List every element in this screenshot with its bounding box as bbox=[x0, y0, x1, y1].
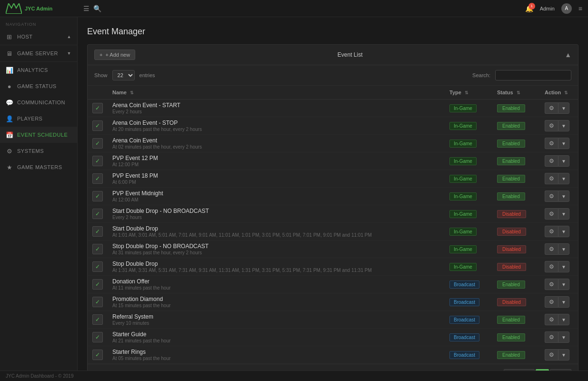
row-checkbox-cell: ✓ bbox=[88, 276, 108, 293]
topbar-menu-icon[interactable]: ≡ bbox=[578, 5, 582, 12]
row-name-cell: Arena Coin Event - START Every 2 hours bbox=[108, 100, 445, 117]
sidebar-item-game-server[interactable]: 🖥 GAME SERVER ▼ bbox=[0, 45, 77, 61]
gear-button[interactable]: ⚙ bbox=[545, 226, 558, 237]
gear-button[interactable]: ⚙ bbox=[545, 243, 558, 255]
dropdown-button[interactable]: ▼ bbox=[558, 190, 569, 202]
event-name: PVP Event Midnight bbox=[112, 190, 440, 197]
dropdown-button[interactable]: ▼ bbox=[558, 261, 569, 272]
avatar[interactable]: A bbox=[561, 3, 572, 14]
th-name[interactable]: Name ⇅ bbox=[108, 86, 445, 100]
dropdown-button[interactable]: ▼ bbox=[558, 226, 569, 237]
checkbox-icon[interactable]: ✓ bbox=[92, 138, 103, 149]
table-row: ✓ Starter Rings At 05 minutes past the h… bbox=[88, 346, 578, 364]
checkbox-icon[interactable]: ✓ bbox=[92, 120, 103, 131]
checkbox-icon[interactable]: ✓ bbox=[92, 261, 103, 272]
gear-button[interactable]: ⚙ bbox=[545, 208, 558, 220]
checkbox-icon[interactable]: ✓ bbox=[92, 314, 103, 325]
dropdown-button[interactable]: ▼ bbox=[558, 155, 569, 167]
row-action-cell: ⚙ ▼ bbox=[540, 329, 578, 346]
search-icon[interactable]: 🔍 bbox=[93, 5, 101, 12]
checkbox-icon[interactable]: ✓ bbox=[92, 156, 103, 166]
gear-button[interactable]: ⚙ bbox=[545, 296, 558, 308]
search-label: Search: bbox=[472, 72, 490, 78]
checkbox-icon[interactable]: ✓ bbox=[92, 297, 103, 307]
sidebar-item-game-status[interactable]: ● GAME STATUS bbox=[0, 78, 77, 94]
analytics-icon: 📊 bbox=[6, 66, 13, 74]
sidebar-item-communication[interactable]: 💬 COMMUNICATION bbox=[0, 94, 77, 110]
gear-button[interactable]: ⚙ bbox=[545, 138, 558, 149]
dropdown-button[interactable]: ▼ bbox=[558, 296, 569, 308]
dropdown-button[interactable]: ▼ bbox=[558, 208, 569, 220]
row-type-cell: Broadcast bbox=[445, 311, 492, 329]
dropdown-button[interactable]: ▼ bbox=[558, 173, 569, 184]
sidebar-item-event-schedule[interactable]: 📅 EVENT SCHEDULE bbox=[0, 127, 77, 143]
controls-row: Show 22 10 25 50 entries Search: bbox=[88, 65, 578, 86]
checkbox-icon[interactable]: ✓ bbox=[92, 350, 103, 360]
eventschedule-icon: 📅 bbox=[6, 131, 13, 139]
gear-button[interactable]: ⚙ bbox=[545, 331, 558, 343]
event-name: PVP Event 18 PM bbox=[112, 172, 440, 179]
sidebar-item-analytics[interactable]: 📊 ANALYTICS bbox=[0, 62, 77, 78]
gear-button[interactable]: ⚙ bbox=[545, 155, 558, 167]
checkbox-icon[interactable]: ✓ bbox=[92, 209, 103, 219]
checkbox-icon[interactable]: ✓ bbox=[92, 226, 103, 237]
status-badge: Enabled bbox=[497, 140, 525, 148]
dropdown-button[interactable]: ▼ bbox=[558, 243, 569, 255]
row-status-cell: Enabled bbox=[492, 170, 540, 188]
dropdown-button[interactable]: ▼ bbox=[558, 102, 569, 114]
table-row: ✓ Stop Double Drop At 1:31 AM, 3:31 AM, … bbox=[88, 258, 578, 276]
collapse-button[interactable]: ▲ bbox=[565, 51, 571, 59]
type-badge: Broadcast bbox=[449, 281, 479, 289]
gear-button[interactable]: ⚙ bbox=[545, 261, 558, 272]
event-schedule: At 11 minutes past the hour bbox=[112, 285, 440, 291]
sidebar-item-systems[interactable]: ⚙ SYSTEMS bbox=[0, 143, 77, 159]
table-row: ✓ Arena Coin Event - START Every 2 hours… bbox=[88, 100, 578, 117]
action-buttons: ⚙ ▼ bbox=[545, 349, 573, 361]
gear-button[interactable]: ⚙ bbox=[545, 190, 558, 202]
search-input[interactable] bbox=[495, 70, 571, 80]
gear-button[interactable]: ⚙ bbox=[545, 102, 558, 114]
gear-button[interactable]: ⚙ bbox=[545, 349, 558, 361]
row-type-cell: Broadcast bbox=[445, 293, 492, 311]
dropdown-button[interactable]: ▼ bbox=[558, 279, 569, 290]
type-badge: In-Game bbox=[449, 245, 477, 253]
row-status-cell: Enabled bbox=[492, 135, 540, 152]
action-buttons: ⚙ ▼ bbox=[545, 208, 573, 220]
footer-bar: JYC Admin Dashboard - © 2019 bbox=[0, 371, 588, 381]
gear-button[interactable]: ⚙ bbox=[545, 120, 558, 131]
dropdown-button[interactable]: ▼ bbox=[558, 120, 569, 131]
checkbox-icon[interactable]: ✓ bbox=[92, 173, 103, 184]
type-badge: In-Game bbox=[449, 140, 477, 148]
notification-button[interactable]: 🔔 1 bbox=[525, 5, 533, 12]
gear-button[interactable]: ⚙ bbox=[545, 314, 558, 325]
checkbox-icon[interactable]: ✓ bbox=[92, 244, 103, 254]
hamburger-icon[interactable]: ☰ bbox=[83, 5, 90, 12]
table-row: ✓ Referral System Every 10 minutes Broad… bbox=[88, 311, 578, 329]
dropdown-button[interactable]: ▼ bbox=[558, 331, 569, 343]
th-action[interactable]: Action ⇅ bbox=[540, 86, 578, 100]
checkbox-icon[interactable]: ✓ bbox=[92, 103, 103, 113]
dropdown-button[interactable]: ▼ bbox=[558, 349, 569, 361]
checkbox-icon[interactable]: ✓ bbox=[92, 191, 103, 201]
checkbox-icon[interactable]: ✓ bbox=[92, 332, 103, 342]
entries-select[interactable]: 22 10 25 50 bbox=[112, 70, 135, 80]
dropdown-button[interactable]: ▼ bbox=[558, 314, 569, 325]
th-status[interactable]: Status ⇅ bbox=[492, 86, 540, 100]
sidebar-label-communication: COMMUNICATION bbox=[17, 100, 65, 105]
add-new-button[interactable]: + + Add new bbox=[94, 50, 135, 60]
content-area: Event Manager + + Add new Event List ▲ S… bbox=[78, 17, 588, 381]
row-checkbox-cell: ✓ bbox=[88, 170, 108, 188]
checkbox-icon[interactable]: ✓ bbox=[92, 279, 103, 290]
sidebar-item-host[interactable]: ⊞ HOST ▲ bbox=[0, 29, 77, 45]
sidebar-label-players: PLAYERS bbox=[17, 116, 42, 121]
row-type-cell: In-Game bbox=[445, 188, 492, 205]
sidebar-item-players[interactable]: 👤 PLAYERS bbox=[0, 110, 77, 127]
row-type-cell: In-Game bbox=[445, 223, 492, 241]
gear-button[interactable]: ⚙ bbox=[545, 173, 558, 184]
dropdown-button[interactable]: ▼ bbox=[558, 138, 569, 149]
row-status-cell: Enabled bbox=[492, 117, 540, 135]
gear-button[interactable]: ⚙ bbox=[545, 279, 558, 290]
sidebar-item-game-masters[interactable]: ★ GAME MASTERS bbox=[0, 159, 77, 175]
event-manager-card: + + Add new Event List ▲ Show 22 10 25 5… bbox=[87, 44, 578, 381]
th-type[interactable]: Type ⇅ bbox=[445, 86, 492, 100]
